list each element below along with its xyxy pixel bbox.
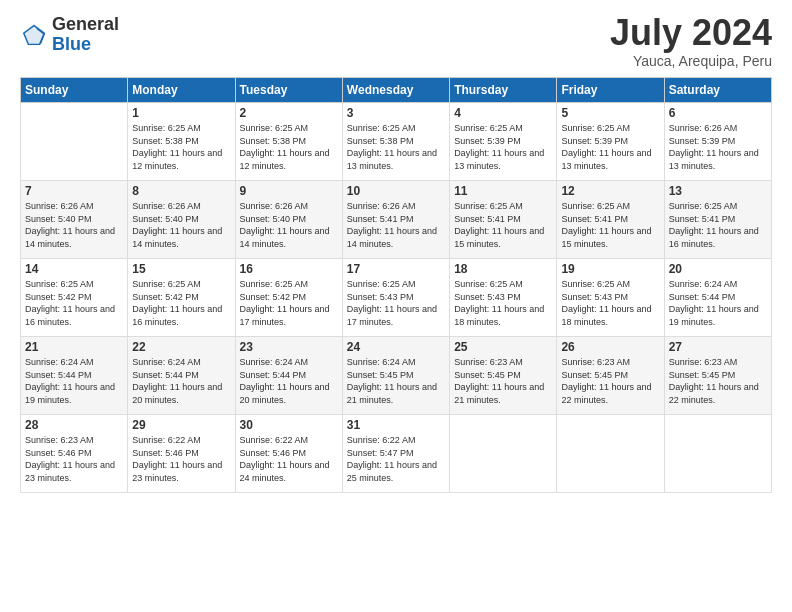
day-number: 30 bbox=[240, 418, 338, 432]
svg-marker-0 bbox=[23, 24, 45, 45]
calendar-cell: 9 Sunrise: 6:26 AM Sunset: 5:40 PM Dayli… bbox=[235, 181, 342, 259]
location: Yauca, Arequipa, Peru bbox=[610, 53, 772, 69]
daylight-label: Daylight: 11 hours and 19 minutes. bbox=[669, 304, 759, 327]
logo-text: General Blue bbox=[52, 15, 119, 55]
logo-blue: Blue bbox=[52, 35, 119, 55]
sunrise-label: Sunrise: 6:23 AM bbox=[669, 357, 738, 367]
daylight-label: Daylight: 11 hours and 16 minutes. bbox=[669, 226, 759, 249]
sunrise-label: Sunrise: 6:24 AM bbox=[25, 357, 94, 367]
sunrise-label: Sunrise: 6:24 AM bbox=[669, 279, 738, 289]
calendar-week-row: 1 Sunrise: 6:25 AM Sunset: 5:38 PM Dayli… bbox=[21, 103, 772, 181]
sunset-label: Sunset: 5:39 PM bbox=[669, 136, 736, 146]
sunrise-label: Sunrise: 6:25 AM bbox=[132, 123, 201, 133]
title-block: July 2024 Yauca, Arequipa, Peru bbox=[610, 15, 772, 69]
daylight-label: Daylight: 11 hours and 18 minutes. bbox=[454, 304, 544, 327]
calendar-cell: 26 Sunrise: 6:23 AM Sunset: 5:45 PM Dayl… bbox=[557, 337, 664, 415]
col-sunday: Sunday bbox=[21, 78, 128, 103]
sunset-label: Sunset: 5:43 PM bbox=[454, 292, 521, 302]
day-detail: Sunrise: 6:25 AM Sunset: 5:42 PM Dayligh… bbox=[25, 278, 123, 328]
calendar-header-row: Sunday Monday Tuesday Wednesday Thursday… bbox=[21, 78, 772, 103]
calendar-cell: 15 Sunrise: 6:25 AM Sunset: 5:42 PM Dayl… bbox=[128, 259, 235, 337]
sunrise-label: Sunrise: 6:25 AM bbox=[561, 123, 630, 133]
sunset-label: Sunset: 5:46 PM bbox=[240, 448, 307, 458]
calendar-week-row: 7 Sunrise: 6:26 AM Sunset: 5:40 PM Dayli… bbox=[21, 181, 772, 259]
calendar-cell: 19 Sunrise: 6:25 AM Sunset: 5:43 PM Dayl… bbox=[557, 259, 664, 337]
sunrise-label: Sunrise: 6:25 AM bbox=[240, 123, 309, 133]
calendar-cell: 31 Sunrise: 6:22 AM Sunset: 5:47 PM Dayl… bbox=[342, 415, 449, 493]
calendar-cell: 23 Sunrise: 6:24 AM Sunset: 5:44 PM Dayl… bbox=[235, 337, 342, 415]
day-number: 9 bbox=[240, 184, 338, 198]
daylight-label: Daylight: 11 hours and 15 minutes. bbox=[454, 226, 544, 249]
sunset-label: Sunset: 5:41 PM bbox=[669, 214, 736, 224]
sunset-label: Sunset: 5:46 PM bbox=[132, 448, 199, 458]
logo-general: General bbox=[52, 15, 119, 35]
day-number: 22 bbox=[132, 340, 230, 354]
sunrise-label: Sunrise: 6:25 AM bbox=[347, 123, 416, 133]
day-number: 16 bbox=[240, 262, 338, 276]
calendar-cell: 7 Sunrise: 6:26 AM Sunset: 5:40 PM Dayli… bbox=[21, 181, 128, 259]
sunset-label: Sunset: 5:43 PM bbox=[347, 292, 414, 302]
daylight-label: Daylight: 11 hours and 14 minutes. bbox=[347, 226, 437, 249]
sunrise-label: Sunrise: 6:23 AM bbox=[25, 435, 94, 445]
day-detail: Sunrise: 6:24 AM Sunset: 5:44 PM Dayligh… bbox=[132, 356, 230, 406]
logo: General Blue bbox=[20, 15, 119, 55]
sunrise-label: Sunrise: 6:26 AM bbox=[240, 201, 309, 211]
sunset-label: Sunset: 5:45 PM bbox=[669, 370, 736, 380]
day-detail: Sunrise: 6:23 AM Sunset: 5:46 PM Dayligh… bbox=[25, 434, 123, 484]
sunset-label: Sunset: 5:46 PM bbox=[25, 448, 92, 458]
sunset-label: Sunset: 5:40 PM bbox=[132, 214, 199, 224]
sunset-label: Sunset: 5:41 PM bbox=[454, 214, 521, 224]
sunset-label: Sunset: 5:42 PM bbox=[132, 292, 199, 302]
day-number: 15 bbox=[132, 262, 230, 276]
sunset-label: Sunset: 5:39 PM bbox=[454, 136, 521, 146]
daylight-label: Daylight: 11 hours and 13 minutes. bbox=[454, 148, 544, 171]
day-detail: Sunrise: 6:23 AM Sunset: 5:45 PM Dayligh… bbox=[669, 356, 767, 406]
sunrise-label: Sunrise: 6:26 AM bbox=[669, 123, 738, 133]
sunrise-label: Sunrise: 6:22 AM bbox=[347, 435, 416, 445]
day-detail: Sunrise: 6:23 AM Sunset: 5:45 PM Dayligh… bbox=[454, 356, 552, 406]
daylight-label: Daylight: 11 hours and 14 minutes. bbox=[240, 226, 330, 249]
calendar-cell: 22 Sunrise: 6:24 AM Sunset: 5:44 PM Dayl… bbox=[128, 337, 235, 415]
col-saturday: Saturday bbox=[664, 78, 771, 103]
calendar-cell bbox=[557, 415, 664, 493]
calendar-cell: 25 Sunrise: 6:23 AM Sunset: 5:45 PM Dayl… bbox=[450, 337, 557, 415]
daylight-label: Daylight: 11 hours and 13 minutes. bbox=[347, 148, 437, 171]
daylight-label: Daylight: 11 hours and 12 minutes. bbox=[132, 148, 222, 171]
calendar-cell: 16 Sunrise: 6:25 AM Sunset: 5:42 PM Dayl… bbox=[235, 259, 342, 337]
sunset-label: Sunset: 5:41 PM bbox=[347, 214, 414, 224]
day-number: 25 bbox=[454, 340, 552, 354]
day-number: 26 bbox=[561, 340, 659, 354]
daylight-label: Daylight: 11 hours and 21 minutes. bbox=[347, 382, 437, 405]
calendar-cell: 3 Sunrise: 6:25 AM Sunset: 5:38 PM Dayli… bbox=[342, 103, 449, 181]
day-detail: Sunrise: 6:26 AM Sunset: 5:40 PM Dayligh… bbox=[132, 200, 230, 250]
day-detail: Sunrise: 6:25 AM Sunset: 5:41 PM Dayligh… bbox=[669, 200, 767, 250]
daylight-label: Daylight: 11 hours and 13 minutes. bbox=[561, 148, 651, 171]
day-number: 12 bbox=[561, 184, 659, 198]
daylight-label: Daylight: 11 hours and 17 minutes. bbox=[240, 304, 330, 327]
daylight-label: Daylight: 11 hours and 12 minutes. bbox=[240, 148, 330, 171]
calendar-cell: 2 Sunrise: 6:25 AM Sunset: 5:38 PM Dayli… bbox=[235, 103, 342, 181]
daylight-label: Daylight: 11 hours and 20 minutes. bbox=[240, 382, 330, 405]
calendar-cell: 17 Sunrise: 6:25 AM Sunset: 5:43 PM Dayl… bbox=[342, 259, 449, 337]
daylight-label: Daylight: 11 hours and 22 minutes. bbox=[669, 382, 759, 405]
calendar-cell: 12 Sunrise: 6:25 AM Sunset: 5:41 PM Dayl… bbox=[557, 181, 664, 259]
daylight-label: Daylight: 11 hours and 25 minutes. bbox=[347, 460, 437, 483]
col-wednesday: Wednesday bbox=[342, 78, 449, 103]
daylight-label: Daylight: 11 hours and 22 minutes. bbox=[561, 382, 651, 405]
sunset-label: Sunset: 5:47 PM bbox=[347, 448, 414, 458]
day-number: 10 bbox=[347, 184, 445, 198]
day-detail: Sunrise: 6:22 AM Sunset: 5:47 PM Dayligh… bbox=[347, 434, 445, 484]
calendar-cell: 5 Sunrise: 6:25 AM Sunset: 5:39 PM Dayli… bbox=[557, 103, 664, 181]
sunrise-label: Sunrise: 6:25 AM bbox=[454, 279, 523, 289]
day-number: 20 bbox=[669, 262, 767, 276]
day-number: 1 bbox=[132, 106, 230, 120]
day-number: 27 bbox=[669, 340, 767, 354]
sunrise-label: Sunrise: 6:24 AM bbox=[347, 357, 416, 367]
day-number: 13 bbox=[669, 184, 767, 198]
sunset-label: Sunset: 5:38 PM bbox=[240, 136, 307, 146]
sunset-label: Sunset: 5:44 PM bbox=[240, 370, 307, 380]
calendar-cell bbox=[450, 415, 557, 493]
day-number: 19 bbox=[561, 262, 659, 276]
day-detail: Sunrise: 6:25 AM Sunset: 5:41 PM Dayligh… bbox=[454, 200, 552, 250]
day-number: 31 bbox=[347, 418, 445, 432]
